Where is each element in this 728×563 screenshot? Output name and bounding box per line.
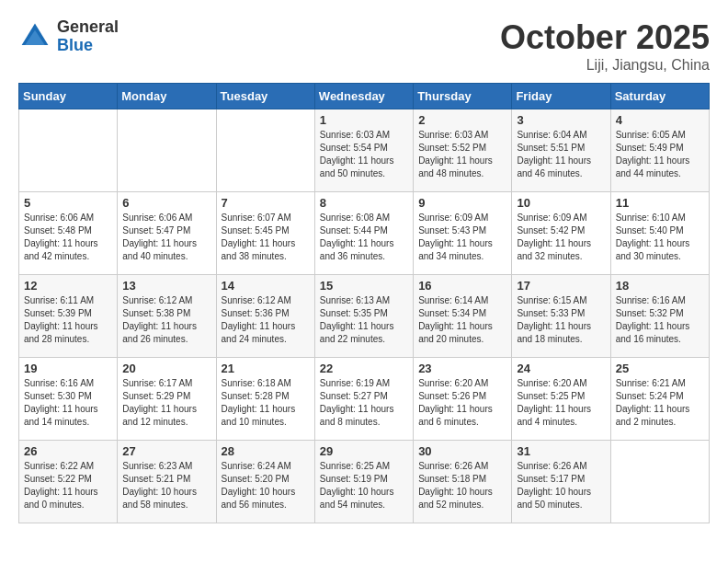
calendar-cell: 13Sunrise: 6:12 AM Sunset: 5:38 PM Dayli… <box>118 275 216 358</box>
calendar-cell <box>610 441 709 523</box>
day-info: Sunrise: 6:26 AM Sunset: 5:17 PM Dayligh… <box>517 460 605 511</box>
day-number: 11 <box>616 196 704 210</box>
calendar-cell: 22Sunrise: 6:19 AM Sunset: 5:27 PM Dayli… <box>314 358 413 441</box>
day-header-saturday: Saturday <box>610 84 709 109</box>
calendar-cell: 17Sunrise: 6:15 AM Sunset: 5:33 PM Dayli… <box>512 275 610 358</box>
day-number: 30 <box>418 444 506 458</box>
day-number: 15 <box>320 279 408 293</box>
day-number: 10 <box>517 196 605 210</box>
calendar-cell: 26Sunrise: 6:22 AM Sunset: 5:22 PM Dayli… <box>19 441 118 523</box>
calendar-cell: 23Sunrise: 6:20 AM Sunset: 5:26 PM Dayli… <box>414 358 512 441</box>
day-number: 3 <box>517 113 605 127</box>
day-header-wednesday: Wednesday <box>314 84 413 109</box>
logo-text: General Blue <box>57 18 119 55</box>
day-info: Sunrise: 6:09 AM Sunset: 5:43 PM Dayligh… <box>418 212 506 263</box>
calendar-cell: 28Sunrise: 6:24 AM Sunset: 5:20 PM Dayli… <box>216 441 314 523</box>
calendar-cell: 11Sunrise: 6:10 AM Sunset: 5:40 PM Dayli… <box>610 192 709 275</box>
page-header: General Blue October 2025 Liji, Jiangsu,… <box>18 18 710 74</box>
day-header-sunday: Sunday <box>19 84 118 109</box>
calendar-cell: 7Sunrise: 6:07 AM Sunset: 5:45 PM Daylig… <box>216 192 314 275</box>
calendar-cell: 15Sunrise: 6:13 AM Sunset: 5:35 PM Dayli… <box>314 275 413 358</box>
day-number: 13 <box>122 279 210 293</box>
calendar-cell: 30Sunrise: 6:26 AM Sunset: 5:18 PM Dayli… <box>414 441 512 523</box>
title-block: October 2025 Liji, Jiangsu, China <box>500 18 710 74</box>
day-number: 25 <box>616 362 704 375</box>
day-number: 22 <box>320 362 408 375</box>
week-row-3: 12Sunrise: 6:11 AM Sunset: 5:39 PM Dayli… <box>19 275 710 358</box>
day-info: Sunrise: 6:23 AM Sunset: 5:21 PM Dayligh… <box>122 460 210 511</box>
calendar-cell: 31Sunrise: 6:26 AM Sunset: 5:17 PM Dayli… <box>512 441 610 523</box>
logo-icon <box>18 20 51 53</box>
day-info: Sunrise: 6:17 AM Sunset: 5:29 PM Dayligh… <box>122 377 210 429</box>
day-header-monday: Monday <box>118 84 216 109</box>
location: Liji, Jiangsu, China <box>500 57 710 74</box>
day-info: Sunrise: 6:16 AM Sunset: 5:32 PM Dayligh… <box>616 294 704 346</box>
day-number: 29 <box>320 444 408 458</box>
day-number: 24 <box>517 362 605 375</box>
week-row-5: 26Sunrise: 6:22 AM Sunset: 5:22 PM Dayli… <box>19 441 710 523</box>
day-info: Sunrise: 6:03 AM Sunset: 5:54 PM Dayligh… <box>320 129 408 180</box>
day-number: 5 <box>24 196 112 210</box>
calendar-cell: 20Sunrise: 6:17 AM Sunset: 5:29 PM Dayli… <box>118 358 216 441</box>
day-info: Sunrise: 6:11 AM Sunset: 5:39 PM Dayligh… <box>24 294 112 346</box>
calendar-cell: 16Sunrise: 6:14 AM Sunset: 5:34 PM Dayli… <box>414 275 512 358</box>
day-info: Sunrise: 6:14 AM Sunset: 5:34 PM Dayligh… <box>418 294 506 346</box>
day-info: Sunrise: 6:20 AM Sunset: 5:25 PM Dayligh… <box>517 377 605 429</box>
day-info: Sunrise: 6:26 AM Sunset: 5:18 PM Dayligh… <box>418 460 506 511</box>
week-row-2: 5Sunrise: 6:06 AM Sunset: 5:48 PM Daylig… <box>19 192 710 275</box>
logo-general-text: General <box>57 18 119 37</box>
day-info: Sunrise: 6:09 AM Sunset: 5:42 PM Dayligh… <box>517 212 605 263</box>
day-number: 16 <box>418 279 506 293</box>
day-number: 31 <box>517 444 605 458</box>
calendar-cell: 12Sunrise: 6:11 AM Sunset: 5:39 PM Dayli… <box>19 275 118 358</box>
header-row: SundayMondayTuesdayWednesdayThursdayFrid… <box>19 84 710 109</box>
day-number: 28 <box>222 444 310 458</box>
month-title: October 2025 <box>500 18 710 57</box>
day-info: Sunrise: 6:07 AM Sunset: 5:45 PM Dayligh… <box>222 212 310 263</box>
day-info: Sunrise: 6:16 AM Sunset: 5:30 PM Dayligh… <box>24 377 112 429</box>
day-header-thursday: Thursday <box>414 84 512 109</box>
calendar-cell: 4Sunrise: 6:05 AM Sunset: 5:49 PM Daylig… <box>610 109 709 192</box>
day-info: Sunrise: 6:05 AM Sunset: 5:49 PM Dayligh… <box>616 129 704 180</box>
calendar-cell: 6Sunrise: 6:06 AM Sunset: 5:47 PM Daylig… <box>118 192 216 275</box>
day-info: Sunrise: 6:12 AM Sunset: 5:36 PM Dayligh… <box>222 294 310 346</box>
day-number: 6 <box>122 196 210 210</box>
day-info: Sunrise: 6:18 AM Sunset: 5:28 PM Dayligh… <box>222 377 310 429</box>
logo-blue-text: Blue <box>57 37 119 55</box>
calendar-cell: 24Sunrise: 6:20 AM Sunset: 5:25 PM Dayli… <box>512 358 610 441</box>
calendar-cell: 14Sunrise: 6:12 AM Sunset: 5:36 PM Dayli… <box>216 275 314 358</box>
day-number: 26 <box>24 444 112 458</box>
day-info: Sunrise: 6:03 AM Sunset: 5:52 PM Dayligh… <box>418 129 506 180</box>
day-number: 19 <box>24 362 112 375</box>
day-info: Sunrise: 6:10 AM Sunset: 5:40 PM Dayligh… <box>616 212 704 263</box>
day-number: 8 <box>320 196 408 210</box>
calendar-cell: 29Sunrise: 6:25 AM Sunset: 5:19 PM Dayli… <box>314 441 413 523</box>
day-number: 27 <box>122 444 210 458</box>
week-row-4: 19Sunrise: 6:16 AM Sunset: 5:30 PM Dayli… <box>19 358 710 441</box>
calendar-cell: 5Sunrise: 6:06 AM Sunset: 5:48 PM Daylig… <box>19 192 118 275</box>
calendar-cell <box>19 109 118 192</box>
day-number: 17 <box>517 279 605 293</box>
day-number: 12 <box>24 279 112 293</box>
day-number: 23 <box>418 362 506 375</box>
day-number: 7 <box>222 196 310 210</box>
logo: General Blue <box>18 18 119 55</box>
day-info: Sunrise: 6:21 AM Sunset: 5:24 PM Dayligh… <box>616 377 704 429</box>
calendar-cell: 3Sunrise: 6:04 AM Sunset: 5:51 PM Daylig… <box>512 109 610 192</box>
calendar-cell: 21Sunrise: 6:18 AM Sunset: 5:28 PM Dayli… <box>216 358 314 441</box>
calendar-cell <box>118 109 216 192</box>
day-info: Sunrise: 6:06 AM Sunset: 5:47 PM Dayligh… <box>122 212 210 263</box>
day-info: Sunrise: 6:15 AM Sunset: 5:33 PM Dayligh… <box>517 294 605 346</box>
day-header-tuesday: Tuesday <box>216 84 314 109</box>
calendar-cell: 18Sunrise: 6:16 AM Sunset: 5:32 PM Dayli… <box>610 275 709 358</box>
day-number: 1 <box>320 113 408 127</box>
day-info: Sunrise: 6:13 AM Sunset: 5:35 PM Dayligh… <box>320 294 408 346</box>
day-info: Sunrise: 6:06 AM Sunset: 5:48 PM Dayligh… <box>24 212 112 263</box>
calendar-cell: 1Sunrise: 6:03 AM Sunset: 5:54 PM Daylig… <box>314 109 413 192</box>
calendar-cell <box>216 109 314 192</box>
day-info: Sunrise: 6:08 AM Sunset: 5:44 PM Dayligh… <box>320 212 408 263</box>
calendar-cell: 19Sunrise: 6:16 AM Sunset: 5:30 PM Dayli… <box>19 358 118 441</box>
day-number: 4 <box>616 113 704 127</box>
day-info: Sunrise: 6:22 AM Sunset: 5:22 PM Dayligh… <box>24 460 112 511</box>
day-info: Sunrise: 6:25 AM Sunset: 5:19 PM Dayligh… <box>320 460 408 511</box>
